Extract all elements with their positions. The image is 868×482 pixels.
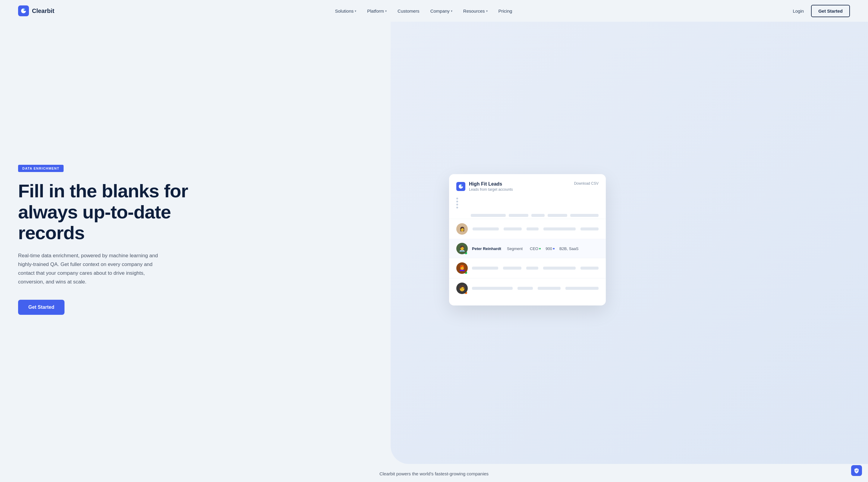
skeleton-cell [548, 214, 567, 217]
hero-section: DATA ENRICHMENT Fill in the blanks for a… [0, 22, 868, 464]
avatar: 👩 [456, 223, 468, 235]
chevron-down-icon: ▾ [355, 9, 356, 13]
skeleton-cell [565, 287, 598, 290]
navigation: Clearbit Solutions ▾ Platform ▾ Customer… [0, 0, 868, 22]
skeleton-cell [544, 227, 576, 230]
table-header-row [449, 212, 606, 219]
hero-left: DATA ENRICHMENT Fill in the blanks for a… [18, 165, 193, 315]
login-link[interactable]: Login [793, 8, 804, 13]
nav-item-resources[interactable]: Resources ▾ [463, 8, 488, 13]
skeleton-cell [527, 227, 538, 230]
shield-badge[interactable] [851, 465, 862, 476]
avatar-peter: 🧑‍💼 [456, 243, 468, 254]
nav-item-solutions[interactable]: Solutions ▾ [335, 8, 356, 13]
card-subtitle: Leads from target accounts [469, 187, 513, 192]
logo-link[interactable]: Clearbit [18, 5, 54, 16]
card-title: High Fit Leads [469, 181, 513, 187]
nav-actions: Login Get Started [793, 5, 850, 17]
role-dot [539, 248, 541, 250]
avatar-4: 🧑 [456, 283, 468, 294]
bottom-bar-text: Clearbit powers the world's fastest-grow… [7, 471, 861, 476]
skeleton-cell [503, 267, 521, 269]
skeleton-cell [504, 227, 522, 230]
row-tags: B2B, SaaS [559, 247, 579, 251]
nav-links: Solutions ▾ Platform ▾ Customers Company… [335, 8, 513, 13]
skeleton-cell [472, 267, 498, 269]
skeleton-row-1: 👩 [449, 219, 606, 239]
skeleton-cell [581, 227, 598, 230]
card-header: High Fit Leads Leads from target account… [449, 181, 606, 196]
card-clearbit-icon [456, 182, 465, 191]
skeleton-cell [531, 214, 544, 217]
table-row-peter: 🧑‍💼 Peter Reinhardt Segment CEO 900 B2B,… [449, 239, 606, 258]
hero-subtitle: Real-time data enrichment, powered by ma… [18, 252, 169, 287]
logo-text: Clearbit [32, 7, 54, 14]
bottom-bar: Clearbit powers the world's fastest-grow… [0, 464, 868, 482]
leads-card: High Fit Leads Leads from target account… [449, 174, 606, 306]
download-csv-link[interactable]: Download CSV [574, 181, 598, 186]
hero-title: Fill in the blanks for always up-to-date… [18, 181, 193, 243]
nav-dot-1 [456, 198, 458, 199]
chevron-down-icon: ▾ [385, 9, 387, 13]
row-score: 900 [546, 247, 555, 251]
skeleton-row-4: 🧑 [449, 278, 606, 298]
skeleton-cell [570, 214, 598, 217]
nav-dot-3 [456, 204, 458, 205]
shield-icon [854, 468, 860, 474]
score-dot [553, 248, 555, 250]
nav-item-customers[interactable]: Customers [398, 8, 420, 13]
skeleton-cell [538, 287, 561, 290]
skeleton-cell [509, 214, 528, 217]
clearbit-logo-icon [18, 5, 29, 16]
chevron-down-icon: ▾ [451, 9, 453, 13]
card-title-area: High Fit Leads Leads from target account… [469, 181, 513, 192]
skeleton-cell [581, 267, 598, 269]
row-name: Peter Reinhardt [472, 247, 502, 251]
card-nav-dots [449, 196, 606, 210]
nav-item-platform[interactable]: Platform ▾ [367, 8, 387, 13]
skeleton-cell [518, 287, 533, 290]
row-company: Segment [507, 247, 525, 251]
skeleton-cell [526, 267, 538, 269]
card-header-left: High Fit Leads Leads from target account… [456, 181, 513, 192]
nav-item-company[interactable]: Company ▾ [430, 8, 453, 13]
nav-dot-2 [456, 201, 458, 202]
hero-right: High Fit Leads Leads from target account… [193, 174, 850, 306]
data-enrichment-badge: DATA ENRICHMENT [18, 165, 64, 172]
hero-get-started-button[interactable]: Get Started [18, 300, 64, 315]
skeleton-cell [472, 287, 513, 290]
chevron-down-icon: ▾ [486, 9, 488, 13]
avatar-3: 👩‍🦰 [456, 262, 468, 274]
skeleton-cell [543, 267, 575, 269]
nav-item-pricing[interactable]: Pricing [498, 8, 513, 13]
row-title: CEO [530, 247, 541, 251]
skeleton-cell [471, 214, 506, 217]
skeleton-cell [472, 227, 499, 230]
nav-get-started-button[interactable]: Get Started [811, 5, 850, 17]
nav-dot-4 [456, 207, 458, 208]
skeleton-row-3: 👩‍🦰 [449, 258, 606, 278]
